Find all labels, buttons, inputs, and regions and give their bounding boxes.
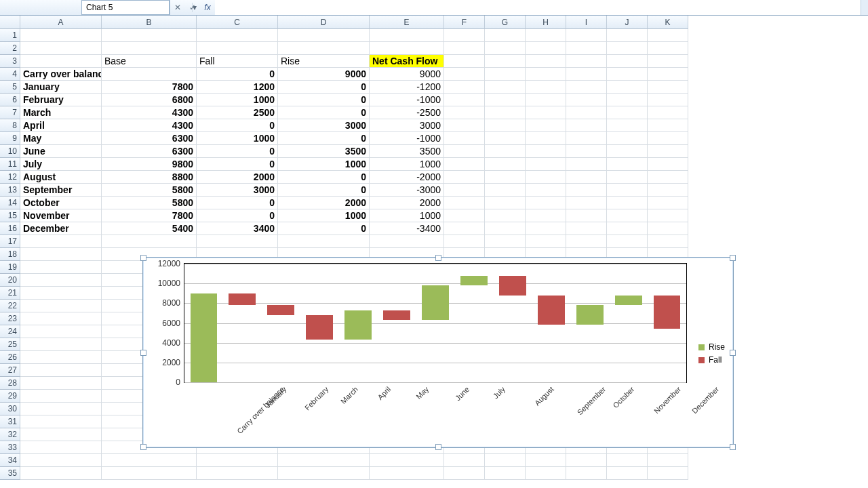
row-header-20[interactable]: 20 (0, 274, 20, 287)
cell-I4[interactable] (566, 68, 607, 81)
worksheet[interactable]: ABCDEFGHIJK 1234567891011121314151617181… (0, 16, 868, 488)
cell-G13[interactable] (485, 184, 526, 197)
row-header-33[interactable]: 33 (0, 441, 20, 454)
cell-C35[interactable] (197, 467, 278, 480)
cell-I35[interactable] (566, 467, 607, 480)
cell-B5[interactable]: 7800 (102, 81, 197, 94)
cell-E3[interactable]: Net Cash Flow (370, 55, 444, 68)
cell-I34[interactable] (566, 454, 607, 467)
cell-C5[interactable]: 1200 (197, 81, 278, 94)
cell-H11[interactable] (526, 158, 566, 171)
chart-legend[interactable]: RiseFall (698, 339, 725, 368)
cell-C13[interactable]: 3000 (197, 184, 278, 197)
cell-D11[interactable]: 1000 (278, 158, 370, 171)
cell-C14[interactable]: 0 (197, 197, 278, 209)
cell-A25[interactable] (20, 338, 102, 351)
chart-resize-handle[interactable] (435, 255, 441, 261)
chart-bar[interactable] (229, 264, 256, 382)
cell-H5[interactable] (526, 81, 566, 94)
cell-I3[interactable] (566, 55, 607, 68)
chart-bar-rise[interactable] (576, 305, 604, 325)
chart-bar[interactable] (576, 264, 604, 382)
cell-K35[interactable] (648, 467, 688, 480)
cell-E35[interactable] (370, 467, 444, 480)
cell-K10[interactable] (648, 145, 688, 158)
cell-A29[interactable] (20, 390, 102, 403)
row-header-13[interactable]: 13 (0, 184, 20, 197)
cell-A3[interactable] (20, 55, 102, 68)
chart-bar-fall[interactable] (229, 293, 256, 306)
cell-J10[interactable] (607, 145, 648, 158)
cell-A17[interactable] (20, 235, 102, 248)
chart-bar[interactable] (422, 264, 449, 382)
chart-resize-handle[interactable] (140, 350, 146, 356)
cell-A11[interactable]: July (20, 158, 102, 171)
cell-G6[interactable] (485, 94, 526, 106)
chart-bar-fall[interactable] (306, 315, 333, 340)
cell-E5[interactable]: -1200 (370, 81, 444, 94)
cell-A6[interactable]: February (20, 94, 102, 106)
cell-H13[interactable] (526, 184, 566, 197)
column-header-J[interactable]: J (607, 16, 648, 29)
chart-resize-handle[interactable] (140, 444, 146, 450)
cell-E34[interactable] (370, 454, 444, 467)
cell-B1[interactable] (102, 29, 197, 42)
cell-J15[interactable] (607, 209, 648, 222)
row-header-24[interactable]: 24 (0, 325, 20, 338)
column-header-H[interactable]: H (526, 16, 566, 29)
row-header-23[interactable]: 23 (0, 312, 20, 325)
cell-A23[interactable] (20, 312, 102, 325)
cell-D7[interactable]: 0 (278, 106, 370, 119)
cell-B10[interactable]: 6300 (102, 145, 197, 158)
cell-A24[interactable] (20, 325, 102, 338)
row-header-9[interactable]: 9 (0, 132, 20, 145)
cell-D12[interactable]: 0 (278, 171, 370, 184)
embedded-chart[interactable]: 020004000600080001000012000Carry over ba… (142, 257, 734, 448)
cell-C16[interactable]: 3400 (197, 222, 278, 235)
cell-C3[interactable]: Fall (197, 55, 278, 68)
cell-I16[interactable] (566, 222, 607, 235)
chart-bar[interactable] (460, 264, 488, 382)
cell-G16[interactable] (485, 222, 526, 235)
cell-K16[interactable] (648, 222, 688, 235)
chart-resize-handle[interactable] (730, 255, 736, 261)
chart-bar-rise[interactable] (344, 310, 372, 340)
cell-B8[interactable]: 4300 (102, 119, 197, 132)
cell-J5[interactable] (607, 81, 648, 94)
cell-J1[interactable] (607, 29, 648, 42)
chart-bar-fall[interactable] (267, 305, 294, 315)
cell-F4[interactable] (444, 68, 485, 81)
cell-A31[interactable] (20, 415, 102, 428)
cell-K5[interactable] (648, 81, 688, 94)
cell-J34[interactable] (607, 454, 648, 467)
cell-F14[interactable] (444, 197, 485, 209)
cell-I5[interactable] (566, 81, 607, 94)
cell-F3[interactable] (444, 55, 485, 68)
cell-J11[interactable] (607, 158, 648, 171)
cell-A34[interactable] (20, 454, 102, 467)
cell-K6[interactable] (648, 94, 688, 106)
cell-B6[interactable]: 6800 (102, 94, 197, 106)
column-header-D[interactable]: D (278, 16, 370, 29)
cell-J17[interactable] (607, 235, 648, 248)
cell-H6[interactable] (526, 94, 566, 106)
cell-I7[interactable] (566, 106, 607, 119)
row-header-2[interactable]: 2 (0, 42, 20, 55)
cell-C7[interactable]: 2500 (197, 106, 278, 119)
chart-bar-fall[interactable] (383, 310, 410, 321)
cell-D15[interactable]: 1000 (278, 209, 370, 222)
cell-E17[interactable] (370, 235, 444, 248)
cell-G17[interactable] (485, 235, 526, 248)
row-header-6[interactable]: 6 (0, 94, 20, 106)
cell-J3[interactable] (607, 55, 648, 68)
chart-bar-fall[interactable] (499, 276, 526, 296)
chart-bar-rise[interactable] (422, 285, 449, 320)
row-header-29[interactable]: 29 (0, 390, 20, 403)
insert-function-icon[interactable]: fx (200, 0, 215, 15)
row-header-22[interactable]: 22 (0, 300, 20, 312)
cell-F35[interactable] (444, 467, 485, 480)
cell-E16[interactable]: -3400 (370, 222, 444, 235)
cell-D17[interactable] (278, 235, 370, 248)
cell-K8[interactable] (648, 119, 688, 132)
cell-D34[interactable] (278, 454, 370, 467)
